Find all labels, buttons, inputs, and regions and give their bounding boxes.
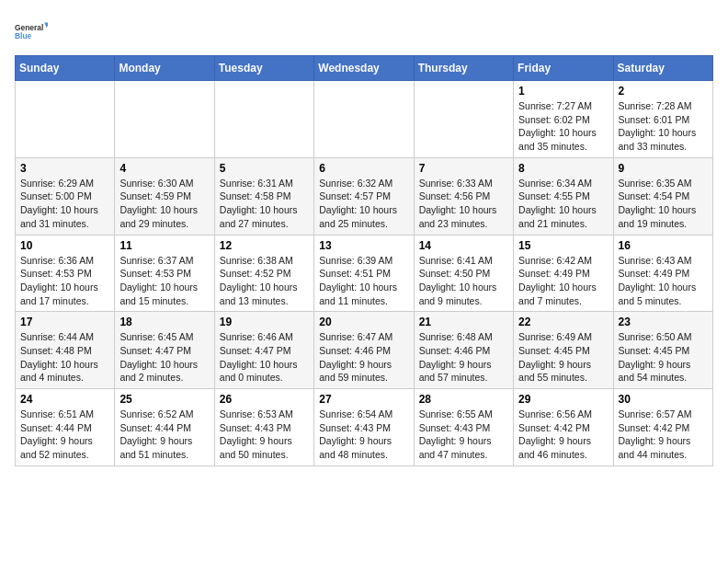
- calendar-cell: 15Sunrise: 6:42 AM Sunset: 4:49 PM Dayli…: [514, 235, 613, 312]
- day-info: Sunrise: 6:48 AM Sunset: 4:46 PM Dayligh…: [419, 330, 508, 385]
- calendar-table: SundayMondayTuesdayWednesdayThursdayFrid…: [15, 55, 713, 466]
- logo: General Blue: [15, 15, 48, 48]
- page-header: General Blue: [15, 15, 713, 48]
- svg-text:Blue: Blue: [15, 31, 32, 40]
- day-number: 27: [319, 393, 408, 406]
- day-info: Sunrise: 6:30 AM Sunset: 4:59 PM Dayligh…: [119, 177, 209, 231]
- day-number: 13: [319, 239, 408, 252]
- day-info: Sunrise: 6:46 AM Sunset: 4:47 PM Dayligh…: [220, 330, 309, 385]
- day-number: 22: [518, 316, 608, 328]
- day-number: 14: [419, 239, 508, 252]
- day-number: 2: [619, 85, 708, 98]
- calendar-cell: 20Sunrise: 6:47 AM Sunset: 4:46 PM Dayli…: [314, 312, 414, 389]
- day-info: Sunrise: 6:32 AM Sunset: 4:57 PM Dayligh…: [319, 177, 408, 231]
- calendar-cell: 27Sunrise: 6:54 AM Sunset: 4:43 PM Dayli…: [314, 389, 414, 466]
- day-info: Sunrise: 6:38 AM Sunset: 4:52 PM Dayligh…: [220, 254, 309, 308]
- calendar-week-row: 10Sunrise: 6:36 AM Sunset: 4:53 PM Dayli…: [16, 235, 713, 312]
- calendar-cell: 8Sunrise: 6:34 AM Sunset: 4:55 PM Daylig…: [514, 157, 613, 235]
- calendar-cell: 23Sunrise: 6:50 AM Sunset: 4:45 PM Dayli…: [613, 312, 712, 389]
- calendar-cell: 22Sunrise: 6:49 AM Sunset: 4:45 PM Dayli…: [514, 312, 613, 389]
- day-info: Sunrise: 6:54 AM Sunset: 4:43 PM Dayligh…: [319, 408, 408, 462]
- day-number: 20: [319, 316, 408, 328]
- day-number: 18: [119, 316, 209, 328]
- svg-marker-2: [44, 22, 48, 28]
- calendar-cell: 26Sunrise: 6:53 AM Sunset: 4:43 PM Dayli…: [214, 389, 313, 466]
- calendar-week-row: 3Sunrise: 6:29 AM Sunset: 5:00 PM Daylig…: [16, 157, 713, 235]
- day-number: 12: [220, 239, 309, 252]
- day-of-week-header: Monday: [115, 56, 214, 81]
- calendar-cell: 10Sunrise: 6:36 AM Sunset: 4:53 PM Dayli…: [16, 235, 115, 312]
- day-number: 30: [619, 393, 708, 406]
- day-info: Sunrise: 6:44 AM Sunset: 4:48 PM Dayligh…: [20, 330, 109, 385]
- day-number: 17: [20, 316, 109, 328]
- calendar-cell: [314, 81, 414, 158]
- day-number: 29: [518, 393, 608, 406]
- day-info: Sunrise: 6:50 AM Sunset: 4:45 PM Dayligh…: [619, 330, 708, 385]
- day-info: Sunrise: 6:56 AM Sunset: 4:42 PM Dayligh…: [518, 408, 608, 462]
- day-info: Sunrise: 6:34 AM Sunset: 4:55 PM Dayligh…: [518, 177, 608, 231]
- day-number: 1: [518, 85, 608, 98]
- day-info: Sunrise: 6:36 AM Sunset: 4:53 PM Dayligh…: [20, 254, 109, 308]
- day-of-week-header: Friday: [514, 56, 613, 81]
- day-number: 21: [419, 316, 508, 328]
- svg-text:General: General: [15, 23, 43, 32]
- calendar-cell: 1Sunrise: 7:27 AM Sunset: 6:02 PM Daylig…: [514, 81, 613, 158]
- day-info: Sunrise: 7:27 AM Sunset: 6:02 PM Dayligh…: [518, 99, 608, 154]
- day-number: 19: [220, 316, 309, 328]
- calendar-cell: 24Sunrise: 6:51 AM Sunset: 4:44 PM Dayli…: [16, 389, 115, 466]
- calendar-cell: 28Sunrise: 6:55 AM Sunset: 4:43 PM Dayli…: [414, 389, 513, 466]
- calendar-cell: 21Sunrise: 6:48 AM Sunset: 4:46 PM Dayli…: [414, 312, 513, 389]
- calendar-cell: [16, 81, 115, 158]
- day-info: Sunrise: 7:28 AM Sunset: 6:01 PM Dayligh…: [619, 99, 708, 154]
- day-number: 25: [119, 393, 209, 406]
- calendar-cell: 18Sunrise: 6:45 AM Sunset: 4:47 PM Dayli…: [115, 312, 214, 389]
- calendar-cell: 16Sunrise: 6:43 AM Sunset: 4:49 PM Dayli…: [613, 235, 712, 312]
- calendar-cell: 12Sunrise: 6:38 AM Sunset: 4:52 PM Dayli…: [214, 235, 313, 312]
- calendar-cell: 29Sunrise: 6:56 AM Sunset: 4:42 PM Dayli…: [514, 389, 613, 466]
- calendar-cell: 9Sunrise: 6:35 AM Sunset: 4:54 PM Daylig…: [613, 157, 712, 235]
- day-info: Sunrise: 6:57 AM Sunset: 4:42 PM Dayligh…: [619, 408, 708, 462]
- day-info: Sunrise: 6:47 AM Sunset: 4:46 PM Dayligh…: [319, 330, 408, 385]
- day-info: Sunrise: 6:42 AM Sunset: 4:49 PM Dayligh…: [518, 254, 608, 308]
- calendar-cell: [214, 81, 313, 158]
- day-number: 26: [220, 393, 309, 406]
- day-of-week-header: Saturday: [613, 56, 712, 81]
- day-number: 11: [119, 239, 209, 252]
- calendar-cell: 4Sunrise: 6:30 AM Sunset: 4:59 PM Daylig…: [115, 157, 214, 235]
- day-info: Sunrise: 6:33 AM Sunset: 4:56 PM Dayligh…: [419, 177, 508, 231]
- calendar-week-row: 17Sunrise: 6:44 AM Sunset: 4:48 PM Dayli…: [16, 312, 713, 389]
- day-number: 9: [619, 162, 708, 175]
- day-number: 4: [119, 162, 209, 175]
- day-info: Sunrise: 6:51 AM Sunset: 4:44 PM Dayligh…: [20, 408, 109, 462]
- day-info: Sunrise: 6:43 AM Sunset: 4:49 PM Dayligh…: [619, 254, 708, 308]
- day-number: 16: [619, 239, 708, 252]
- calendar-cell: 17Sunrise: 6:44 AM Sunset: 4:48 PM Dayli…: [16, 312, 115, 389]
- day-number: 3: [20, 162, 109, 175]
- day-info: Sunrise: 6:31 AM Sunset: 4:58 PM Dayligh…: [220, 177, 309, 231]
- day-info: Sunrise: 6:49 AM Sunset: 4:45 PM Dayligh…: [518, 330, 608, 385]
- day-of-week-header: Thursday: [414, 56, 513, 81]
- calendar-cell: 19Sunrise: 6:46 AM Sunset: 4:47 PM Dayli…: [214, 312, 313, 389]
- calendar-cell: 2Sunrise: 7:28 AM Sunset: 6:01 PM Daylig…: [613, 81, 712, 158]
- day-info: Sunrise: 6:35 AM Sunset: 4:54 PM Dayligh…: [619, 177, 708, 231]
- calendar-cell: 25Sunrise: 6:52 AM Sunset: 4:44 PM Dayli…: [115, 389, 214, 466]
- calendar-cell: 6Sunrise: 6:32 AM Sunset: 4:57 PM Daylig…: [314, 157, 414, 235]
- day-info: Sunrise: 6:37 AM Sunset: 4:53 PM Dayligh…: [119, 254, 209, 308]
- logo-svg: General Blue: [15, 15, 48, 48]
- calendar-week-row: 24Sunrise: 6:51 AM Sunset: 4:44 PM Dayli…: [16, 389, 713, 466]
- day-of-week-header: Wednesday: [314, 56, 414, 81]
- day-number: 24: [20, 393, 109, 406]
- day-info: Sunrise: 6:39 AM Sunset: 4:51 PM Dayligh…: [319, 254, 408, 308]
- calendar-cell: 11Sunrise: 6:37 AM Sunset: 4:53 PM Dayli…: [115, 235, 214, 312]
- calendar-cell: 14Sunrise: 6:41 AM Sunset: 4:50 PM Dayli…: [414, 235, 513, 312]
- day-info: Sunrise: 6:55 AM Sunset: 4:43 PM Dayligh…: [419, 408, 508, 462]
- calendar-week-row: 1Sunrise: 7:27 AM Sunset: 6:02 PM Daylig…: [16, 81, 713, 158]
- day-info: Sunrise: 6:41 AM Sunset: 4:50 PM Dayligh…: [419, 254, 508, 308]
- calendar-cell: 3Sunrise: 6:29 AM Sunset: 5:00 PM Daylig…: [16, 157, 115, 235]
- calendar-cell: 13Sunrise: 6:39 AM Sunset: 4:51 PM Dayli…: [314, 235, 414, 312]
- day-number: 5: [220, 162, 309, 175]
- calendar-cell: 5Sunrise: 6:31 AM Sunset: 4:58 PM Daylig…: [214, 157, 313, 235]
- day-info: Sunrise: 6:52 AM Sunset: 4:44 PM Dayligh…: [119, 408, 209, 462]
- day-number: 28: [419, 393, 508, 406]
- calendar-cell: [115, 81, 214, 158]
